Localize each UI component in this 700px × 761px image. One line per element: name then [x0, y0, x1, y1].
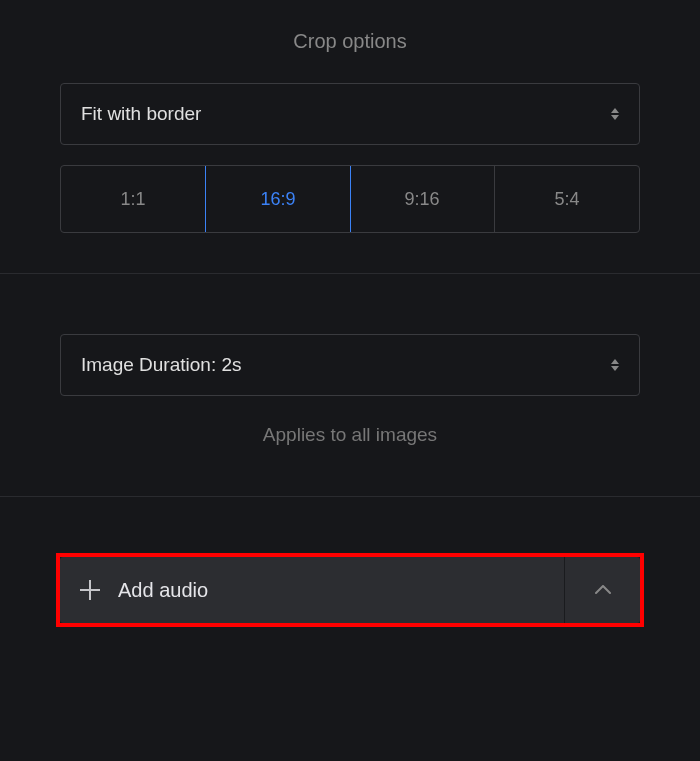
- image-duration-dropdown[interactable]: Image Duration: 2s: [60, 334, 640, 396]
- collapse-audio-toggle[interactable]: [564, 557, 640, 623]
- crop-options-section: Crop options Fit with border 1:1 16:9 9:…: [0, 0, 700, 273]
- image-duration-value: Image Duration: 2s: [81, 354, 242, 376]
- ratio-label: 1:1: [120, 189, 145, 210]
- chevron-up-icon: [595, 585, 611, 595]
- plus-icon: [80, 580, 100, 600]
- audio-section: Add audio: [0, 497, 700, 663]
- add-audio-label: Add audio: [118, 579, 208, 602]
- ratio-label: 9:16: [404, 189, 439, 210]
- ratio-5-4[interactable]: 5:4: [495, 166, 639, 232]
- chevron-updown-icon: [611, 108, 619, 120]
- fit-mode-dropdown[interactable]: Fit with border: [60, 83, 640, 145]
- ratio-label: 16:9: [260, 189, 295, 210]
- aspect-ratio-group: 1:1 16:9 9:16 5:4: [60, 165, 640, 233]
- ratio-9-16[interactable]: 9:16: [350, 166, 495, 232]
- fit-mode-value: Fit with border: [81, 103, 201, 125]
- duration-hint: Applies to all images: [60, 424, 640, 446]
- crop-options-title: Crop options: [60, 30, 640, 53]
- add-audio-button[interactable]: Add audio: [60, 557, 564, 623]
- ratio-label: 5:4: [554, 189, 579, 210]
- add-audio-row: Add audio: [60, 557, 640, 623]
- chevron-updown-icon: [611, 359, 619, 371]
- ratio-1-1[interactable]: 1:1: [61, 166, 206, 232]
- duration-section: Image Duration: 2s Applies to all images: [0, 274, 700, 496]
- ratio-16-9[interactable]: 16:9: [205, 165, 351, 233]
